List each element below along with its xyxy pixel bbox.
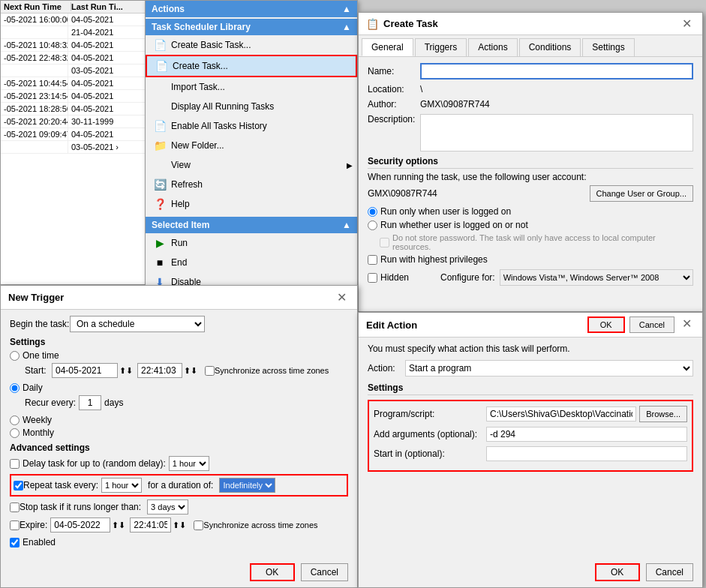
ea-settings-label: Settings [368,382,693,395]
new-trigger-body: Begin the task: On a schedule Settings O… [1,310,357,556]
description-row: Description: [368,114,693,152]
expire-date-input[interactable] [50,518,110,532]
start-in-input[interactable] [486,446,687,461]
repeat-checkbox[interactable] [14,481,23,490]
change-user-button[interactable]: Change User or Group... [590,185,693,202]
no-store-pass-checkbox[interactable] [380,238,389,248]
menu-item-refresh[interactable]: 🔄 Refresh [146,175,357,194]
view-arrow-icon: ▶ [347,161,353,170]
security-info-text: When running the task, use the following… [368,172,693,182]
action-select[interactable]: Start a program [405,360,693,376]
selected-item-collapse-icon[interactable]: ▲ [342,220,351,230]
menu-item-view[interactable]: View ▶ [146,155,357,175]
hidden-checkbox[interactable] [368,273,377,283]
begin-task-select[interactable]: On a schedule [70,316,205,332]
start-row: Start: ⬆⬇ ⬆⬇ Synchronize across time zon… [25,363,348,378]
stop-select[interactable]: 3 days [147,500,188,514]
menu-item-create-task[interactable]: 📄 Create Task... [146,55,357,77]
begin-task-row: Begin the task: On a schedule [10,316,348,332]
submenu-collapse-icon[interactable]: ▲ [342,22,351,32]
weekly-radio[interactable] [10,416,20,425]
actions-menu-header: Actions ▲ [146,1,357,17]
repeat-select[interactable]: 1 hour [101,478,142,493]
start-date-input[interactable] [52,363,118,378]
security-header: Security options [368,156,693,169]
daily-radio[interactable] [10,383,20,393]
edit-action-footer: OK Cancel [595,563,693,581]
create-task-close-button[interactable]: ✕ [679,16,695,31]
menu-item-display-running[interactable]: Display All Running Tasks [146,97,357,116]
expire-time-input[interactable] [130,518,171,532]
start-time-input[interactable] [137,363,182,378]
tab-conditions[interactable]: Conditions [519,38,581,56]
stop-checkbox[interactable] [10,502,20,512]
sync-checkbox[interactable] [205,366,215,376]
display-label: Display All Running Tasks [171,101,274,112]
start-date-spinner[interactable]: ⬆⬇ [119,366,133,376]
run-whether-radio[interactable] [368,220,377,230]
edit-action-cancel-top-button[interactable]: Cancel [629,316,674,333]
recur-input[interactable] [79,395,101,410]
expire-sync-row: Synchronize across time zones [194,520,317,530]
edit-action-cancel-button[interactable]: Cancel [646,563,693,581]
hidden-label: Hidden [380,272,425,283]
new-trigger-ok-button[interactable]: OK [250,563,295,581]
duration-label: for a duration of: [148,480,213,490]
sync-checkbox-row: Synchronize across time zones [205,366,329,376]
begin-task-label: Begin the task: [10,319,70,329]
add-args-input[interactable] [486,427,687,442]
program-input[interactable] [486,406,636,422]
start-time-spinner[interactable]: ⬆⬇ [184,366,197,376]
display-icon [153,100,167,113]
col-last-header: Last Run Ti... [71,2,143,11]
folder-icon: 📁 [153,139,167,152]
edit-action-ok-top-button[interactable]: OK [587,316,625,333]
view-label: View [171,160,191,170]
expire-date-spinner[interactable]: ⬆⬇ [112,520,125,530]
recur-label: Recur every: [25,398,76,408]
daily-row: Daily [10,382,348,393]
tab-actions[interactable]: Actions [468,38,517,56]
tab-settings[interactable]: Settings [582,38,634,56]
expire-sync-checkbox[interactable] [194,520,203,530]
help-icon: ❓ [153,197,167,211]
description-textarea[interactable] [420,114,693,152]
edit-action-close-button[interactable]: ✕ [679,316,695,333]
table-row: -05-2021 10:48:3204-05-2021 [1,39,146,52]
table-row: -05-2021 16:00:0004-05-2021 [1,14,146,26]
menu-item-import[interactable]: Import Task... [146,77,357,97]
delay-checkbox[interactable] [10,459,20,469]
configure-for-select[interactable]: Windows Vista™, Windows Server™ 2008 [500,269,693,286]
run-logged-on-radio[interactable] [368,207,377,217]
menu-item-create-basic[interactable]: 📄 Create Basic Task... [146,35,357,55]
menu-item-new-folder[interactable]: 📁 New Folder... [146,136,357,155]
edit-action-titlebar: Edit Action OK Cancel ✕ [359,313,702,338]
tab-general[interactable]: General [362,38,413,56]
duration-select[interactable]: Indefinitely [219,478,275,493]
create-task-dialog: 📋 Create Task ✕ General Triggers Actions… [358,12,703,312]
tab-triggers[interactable]: Triggers [415,38,467,56]
delay-select[interactable]: 1 hour [169,456,209,471]
name-input[interactable] [420,63,693,80]
highest-priv-checkbox[interactable] [368,255,377,265]
expire-checkbox[interactable] [10,520,20,530]
expire-time-spinner[interactable]: ⬆⬇ [173,520,186,530]
actions-collapse-icon[interactable]: ▲ [342,4,351,14]
new-trigger-cancel-button[interactable]: Cancel [301,563,348,581]
browse-button[interactable]: Browse... [639,406,687,422]
new-folder-label: New Folder... [171,140,224,151]
menu-item-end[interactable]: ■ End [146,253,357,272]
location-row: Location: \ [368,84,693,94]
menu-item-enable-history[interactable]: 📄 Enable All Tasks History [146,116,357,136]
one-time-radio[interactable] [10,351,20,361]
new-trigger-close-button[interactable]: ✕ [334,290,350,304]
menu-item-help[interactable]: ❓ Help [146,194,357,214]
enabled-checkbox[interactable] [10,538,20,548]
table-row: -05-2021 20:20:4430-11-1999 [1,116,146,128]
monthly-radio[interactable] [10,428,20,438]
menu-item-run[interactable]: ▶ Run [146,233,357,253]
selected-item-header: Selected Item ▲ [146,217,357,233]
author-label: Author: [368,99,420,110]
edit-action-ok-button[interactable]: OK [595,563,640,581]
author-row: Author: GMX\09087R744 [368,99,693,110]
